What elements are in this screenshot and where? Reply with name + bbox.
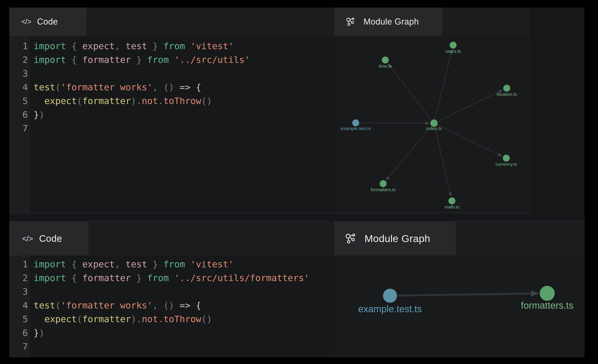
- line-number: 5: [9, 94, 28, 108]
- code-line: 2import { formatter } from '../src/utils…: [9, 53, 332, 67]
- code-line: 3: [9, 285, 332, 298]
- tab-module-graph[interactable]: Module Graph: [334, 222, 456, 256]
- code-icon: </>: [22, 234, 33, 243]
- line-number: 2: [9, 53, 28, 67]
- code-line-content: import { expect, test } from 'vitest': [28, 257, 234, 271]
- module-graph-icon: [345, 16, 356, 27]
- code-line-content: [28, 285, 33, 298]
- tab-module-graph[interactable]: Module Graph: [334, 8, 442, 36]
- graph-node-example.test.ts[interactable]: [383, 289, 397, 303]
- graph-node-location.ts[interactable]: [503, 85, 510, 92]
- panel-module-graph-top: Module Graph users.tstime.tslocation.tse…: [334, 8, 531, 214]
- code-line-content: }): [28, 326, 44, 340]
- code-line-content: [28, 340, 33, 353]
- code-editor[interactable]: 1import { expect, test } from 'vitest'2i…: [9, 36, 332, 213]
- tabbar-graph-bottom: Module Graph: [334, 222, 584, 256]
- graph-edge: [388, 64, 431, 120]
- code-line: 4test('formatter works', () => {: [9, 80, 332, 94]
- panel-code-bottom: </> Code 1import { expect, test } from '…: [9, 221, 332, 357]
- code-line: 5 expect(formatter).not.toThrow(): [9, 94, 332, 108]
- code-line-content: test('formatter works', () => {: [28, 80, 201, 94]
- tab-code[interactable]: </> Code: [9, 222, 88, 256]
- module-graph-area[interactable]: users.tstime.tslocation.tsexample.test.t…: [334, 36, 531, 213]
- code-line-content: [28, 122, 33, 135]
- graph-node-label: index.ts: [426, 126, 441, 131]
- graph-node-label: users.ts: [445, 49, 461, 54]
- code-line: 1import { expect, test } from 'vitest': [9, 39, 332, 53]
- graph-node-formatters.ts[interactable]: [540, 286, 555, 301]
- graph-node-math.ts[interactable]: [448, 197, 456, 205]
- line-number: 3: [9, 285, 28, 298]
- code-line-content: import { formatter } from '../src/utils/…: [28, 271, 309, 285]
- code-line-content: expect(formatter).not.toThrow(): [28, 94, 212, 108]
- line-number: 7: [9, 122, 28, 135]
- code-line-content: }): [28, 108, 44, 122]
- code-line-content: expect(formatter).not.toThrow(): [28, 312, 212, 326]
- graph-node-currency.ts[interactable]: [503, 155, 510, 162]
- tab-label: Module Graph: [365, 233, 430, 244]
- module-graph-canvas: users.tstime.tslocation.tsexample.test.t…: [334, 36, 531, 214]
- code-line: 7: [9, 340, 332, 353]
- graph-edge: [438, 90, 503, 121]
- module-graph-area[interactable]: example.test.tsformatters.ts: [334, 256, 584, 357]
- graph-edge: [435, 50, 452, 119]
- line-number: 7: [9, 340, 28, 353]
- app-window: </> Code 1import { expect, test } from '…: [9, 8, 584, 357]
- line-number: 1: [9, 257, 28, 271]
- code-icon: </>: [21, 17, 31, 26]
- graph-node-label: example.test.ts: [341, 126, 371, 131]
- graph-node-example.test.ts[interactable]: [352, 119, 359, 126]
- code-line: 6}): [9, 108, 332, 122]
- line-number: 6: [9, 326, 28, 340]
- tab-label: Code: [39, 233, 62, 244]
- panel-module-graph-bottom: Module Graph example.test.tsformatters.t…: [334, 221, 584, 357]
- code-line-content: import { expect, test } from 'vitest': [28, 39, 234, 53]
- graph-edge: [435, 128, 451, 197]
- line-number: 4: [9, 80, 28, 94]
- tabbar-code-bottom: </> Code: [9, 222, 332, 256]
- graph-node-formatters.ts[interactable]: [380, 180, 387, 187]
- graph-node-label: currency.ts: [495, 162, 517, 167]
- code-line-content: import { formatter } from '../src/utils': [28, 53, 250, 67]
- graph-node-label: location.ts: [497, 92, 517, 97]
- graph-edge: [360, 123, 429, 123]
- line-number: 5: [9, 312, 28, 326]
- code-line-content: test('formatter works', () => {: [28, 298, 201, 312]
- module-graph-icon: [344, 232, 357, 245]
- tabbar-graph-top: Module Graph: [334, 8, 531, 36]
- line-number: 4: [9, 298, 28, 312]
- code-editor[interactable]: 1import { expect, test } from 'vitest'2i…: [9, 256, 332, 357]
- code-line: 2import { formatter } from '../src/utils…: [9, 271, 332, 285]
- graph-node-users.ts[interactable]: [449, 41, 457, 49]
- graph-node-label: math.ts: [445, 205, 459, 209]
- graph-edge: [386, 127, 431, 180]
- line-number: 3: [9, 67, 28, 80]
- tabbar-code-top: </> Code: [9, 8, 332, 36]
- graph-node-label: formatters.ts: [521, 300, 573, 311]
- graph-edge: [438, 125, 502, 156]
- code-line-content: [28, 67, 33, 80]
- line-number: 6: [9, 108, 28, 122]
- code-line: 7: [9, 122, 332, 135]
- graph-node-label: example.test.ts: [358, 304, 422, 314]
- code-line: 5 expect(formatter).not.toThrow(): [9, 312, 332, 326]
- graph-edge: [398, 294, 539, 296]
- line-number: 2: [9, 271, 28, 285]
- code-line: 1import { expect, test } from 'vitest': [9, 257, 332, 271]
- module-graph-canvas: example.test.tsformatters.ts: [334, 256, 584, 358]
- tab-code[interactable]: </> Code: [9, 8, 86, 36]
- code-line: 4test('formatter works', () => {: [9, 298, 332, 312]
- code-line: 6}): [9, 326, 332, 340]
- tab-label: Code: [37, 17, 58, 27]
- line-number: 1: [9, 39, 28, 53]
- graph-node-label: formatters.ts: [371, 187, 396, 192]
- graph-node-label: time.ts: [379, 64, 392, 68]
- tab-label: Module Graph: [364, 17, 419, 27]
- panel-code-top: </> Code 1import { expect, test } from '…: [9, 8, 332, 214]
- code-line: 3: [9, 67, 332, 80]
- graph-node-time.ts[interactable]: [382, 57, 389, 64]
